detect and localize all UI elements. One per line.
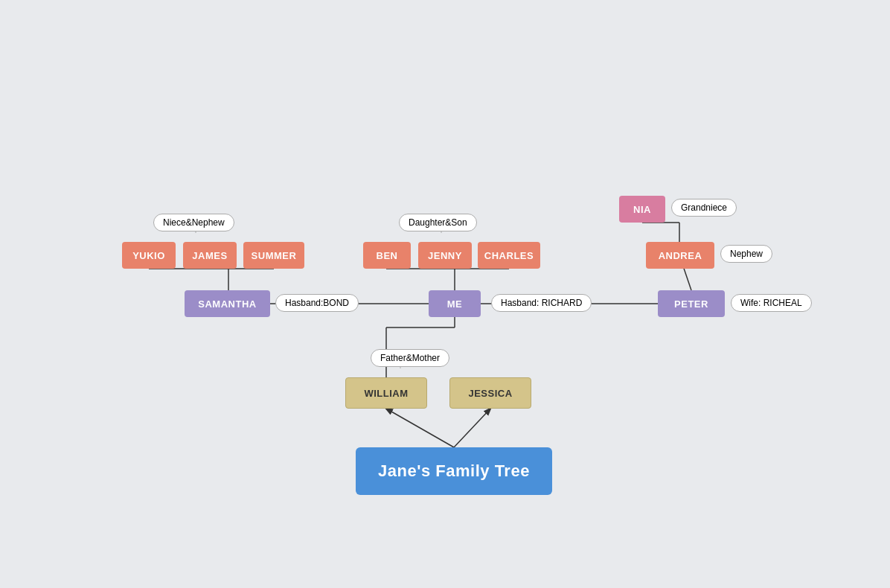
husband-bond-label: Hasband:BOND <box>275 294 359 312</box>
yukio-label: YUKIO <box>122 242 176 269</box>
jane-node[interactable]: Jane's Family Tree <box>356 447 552 495</box>
husband-richard-label: Hasband: RICHARD <box>491 294 592 312</box>
james-node[interactable]: JAMES <box>183 242 237 269</box>
me-label: ME <box>429 290 481 317</box>
family-tree-canvas: Jane's Family Tree WILLIAM JESSICA Fathe… <box>36 26 854 562</box>
summer-node[interactable]: SUMMER <box>243 242 304 269</box>
jessica-label: JESSICA <box>449 377 531 409</box>
nia-node[interactable]: NIA <box>619 196 665 223</box>
charles-node[interactable]: CHARLES <box>478 242 540 269</box>
andrea-label: ANDREA <box>646 242 714 269</box>
jane-label: Jane's Family Tree <box>356 447 552 495</box>
andrea-node[interactable]: ANDREA <box>646 242 714 269</box>
jenny-node[interactable]: JENNY <box>418 242 472 269</box>
daughter-son-label: Daughter&Son <box>399 214 477 231</box>
peter-label: PETER <box>658 290 725 317</box>
charles-label: CHARLES <box>478 242 540 269</box>
wife-richeal-label: Wife: RICHEAL <box>731 294 812 312</box>
svg-line-1 <box>454 409 490 447</box>
niece-nephew-label: Niece&Nephew <box>153 214 234 231</box>
nephew-label: Nephew <box>720 245 772 263</box>
jenny-label: JENNY <box>418 242 472 269</box>
jessica-node[interactable]: JESSICA <box>449 377 531 409</box>
ben-label: BEN <box>363 242 411 269</box>
summer-label: SUMMER <box>243 242 304 269</box>
nia-label: NIA <box>619 196 665 223</box>
james-label: JAMES <box>183 242 237 269</box>
peter-node[interactable]: PETER <box>658 290 725 317</box>
me-node[interactable]: ME <box>429 290 481 317</box>
svg-line-0 <box>386 409 454 447</box>
ben-node[interactable]: BEN <box>363 242 411 269</box>
yukio-node[interactable]: YUKIO <box>122 242 176 269</box>
samantha-node[interactable]: SAMANTHA <box>185 290 270 317</box>
william-node[interactable]: WILLIAM <box>345 377 427 409</box>
grandniece-label: Grandniece <box>671 199 737 217</box>
william-label: WILLIAM <box>345 377 427 409</box>
father-mother-label: Father&Mother <box>371 349 449 367</box>
samantha-label: SAMANTHA <box>185 290 270 317</box>
